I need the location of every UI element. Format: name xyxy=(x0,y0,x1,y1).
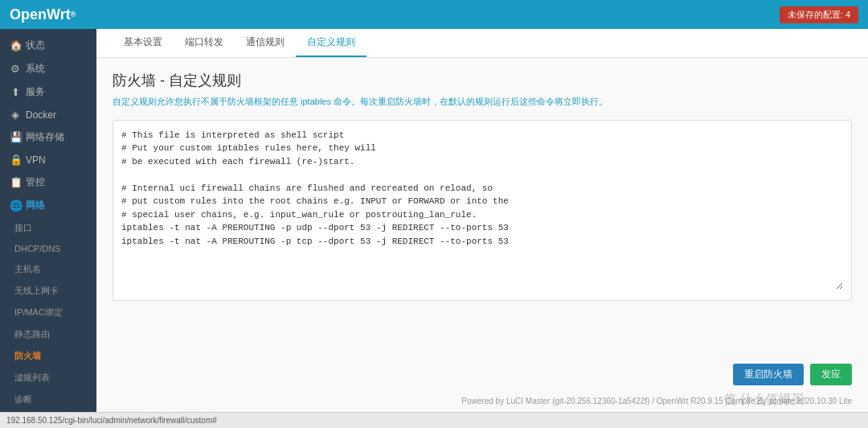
footer-actions: 重启防火墙 发应 xyxy=(96,356,868,393)
sidebar-item-network[interactable]: 🌐 网络 xyxy=(0,194,96,217)
sidebar-item-vpn[interactable]: 🔒 VPN xyxy=(0,149,96,171)
tab-custom-rules[interactable]: 自定义规则 xyxy=(296,29,366,57)
sidebar-item-label: 防火墙 xyxy=(14,350,41,362)
services-icon: ⬆ xyxy=(10,86,21,98)
logo-sup: ® xyxy=(71,10,76,19)
sidebar-item-ip-mac[interactable]: IP/MAC绑定 xyxy=(0,302,96,323)
sidebar-item-label: 状态 xyxy=(26,39,45,52)
sidebar-item-label: 管控 xyxy=(26,175,45,189)
sidebar-item-static-routes[interactable]: 静态路由 xyxy=(0,323,96,345)
vpn-icon: 🔒 xyxy=(10,154,21,166)
sidebar-item-label: 主机名 xyxy=(14,263,41,275)
editor-card: # This file is interpreted as shell scri… xyxy=(113,120,852,301)
sidebar-item-filter-list[interactable]: 滤规列表 xyxy=(0,367,96,389)
network-icon: 🌐 xyxy=(10,200,21,212)
logo-text: OpenWrt xyxy=(10,6,71,23)
tab-port-forward[interactable]: 端口转发 xyxy=(174,29,235,57)
sidebar-item-label: 接口 xyxy=(14,222,32,234)
page-content: 防火墙 - 自定义规则 自定义规则允许您执行不属于防火墙框架的任意 iptabl… xyxy=(96,58,868,356)
sidebar-item-label: IP/MAC绑定 xyxy=(14,307,63,319)
unsaved-badge: 未保存的配置: 4 xyxy=(780,6,858,23)
statusbar: 192.168.50.125/cgi-bin/luci/admin/networ… xyxy=(0,412,868,428)
footer-info: Powered by LuCI Master (git-20.256.12360… xyxy=(96,393,868,412)
sidebar-item-diagnostics[interactable]: 诊断 xyxy=(0,389,96,410)
monitor-icon: 📋 xyxy=(10,176,21,188)
sidebar-item-wifi[interactable]: 无线上网卡 xyxy=(0,280,96,302)
sidebar-item-firewall[interactable]: 防火墙 xyxy=(0,345,96,367)
restart-firewall-button[interactable]: 重启防火墙 xyxy=(733,364,804,385)
sidebar-item-status[interactable]: 🏠 状态 xyxy=(0,34,96,57)
tabs-bar: 基本设置 端口转发 通信规则 自定义规则 xyxy=(96,29,868,58)
sidebar-item-label: 网络存储 xyxy=(26,130,64,144)
main-layout: 🏠 状态 ⚙ 系统 ⬆ 服务 ◈ Docker 💾 网络存储 🔒 VPN xyxy=(0,29,868,412)
sidebar-item-label: 静态路由 xyxy=(14,328,50,340)
custom-rules-editor[interactable]: # This file is interpreted as shell scri… xyxy=(121,129,843,290)
sidebar-item-label: 系统 xyxy=(26,62,45,76)
sidebar-section-main: 🏠 状态 ⚙ 系统 ⬆ 服务 ◈ Docker 💾 网络存储 🔒 VPN xyxy=(0,29,96,412)
sidebar-item-system[interactable]: ⚙ 系统 xyxy=(0,57,96,80)
tab-traffic-rules[interactable]: 通信规则 xyxy=(235,29,296,57)
status-icon: 🏠 xyxy=(10,39,21,51)
sidebar-item-services[interactable]: ⬆ 服务 xyxy=(0,80,96,104)
sidebar-item-dhcp-dns[interactable]: DHCP/DNS xyxy=(0,239,96,258)
sidebar-item-label: 诊断 xyxy=(14,393,32,405)
docker-icon: ◈ xyxy=(10,109,21,121)
sidebar-item-label: 网络 xyxy=(26,199,45,212)
logo: OpenWrt® xyxy=(10,6,76,23)
sidebar: 🏠 状态 ⚙ 系统 ⬆ 服务 ◈ Docker 💾 网络存储 🔒 VPN xyxy=(0,29,96,412)
page-title: 防火墙 - 自定义规则 xyxy=(113,71,852,90)
sidebar-item-storage[interactable]: 💾 网络存储 xyxy=(0,126,96,149)
sidebar-item-monitor[interactable]: 📋 管控 xyxy=(0,171,96,194)
topbar: OpenWrt® 未保存的配置: 4 xyxy=(0,0,868,29)
system-icon: ⚙ xyxy=(10,63,21,75)
storage-icon: 💾 xyxy=(10,131,21,143)
sidebar-item-label: DHCP/DNS xyxy=(14,244,60,253)
sidebar-item-label: 滤规列表 xyxy=(14,372,50,384)
save-button[interactable]: 发应 xyxy=(810,364,852,385)
content-area: 基本设置 端口转发 通信规则 自定义规则 防火墙 - 自定义规则 自定义规则允许… xyxy=(96,29,868,412)
sidebar-item-docker[interactable]: ◈ Docker xyxy=(0,104,96,126)
sidebar-item-hostname[interactable]: 主机名 xyxy=(0,258,96,280)
sidebar-item-label: Docker xyxy=(26,109,56,121)
sidebar-item-label: 服务 xyxy=(26,85,45,99)
status-url: 192.168.50.125/cgi-bin/luci/admin/networ… xyxy=(6,416,217,425)
page-subtitle: 自定义规则允许您执行不属于防火墙框架的任意 iptables 命令。每次重启防火… xyxy=(113,95,852,109)
tab-basic[interactable]: 基本设置 xyxy=(113,29,174,57)
sidebar-item-interface[interactable]: 接口 xyxy=(0,217,96,239)
sidebar-item-label: 无线上网卡 xyxy=(14,285,59,297)
sidebar-item-label: VPN xyxy=(26,154,46,166)
